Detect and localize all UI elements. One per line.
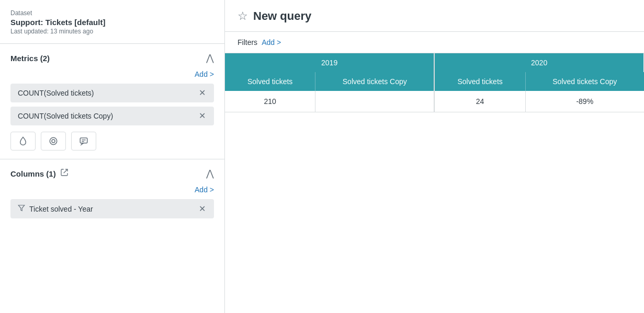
metric-remove-btn-1[interactable]: ✕ [198,89,207,97]
dataset-updated: Last updated: 13 minutes ago [10,28,214,35]
drop-icon [18,136,28,146]
col-header-solved-tickets-2: Solved tickets [434,72,525,91]
svg-point-0 [50,137,57,145]
metric-item-2: COUNT(Solved tickets Copy) ✕ [10,107,214,125]
filters-bar: Filters Add > [225,32,644,53]
cell-2019-solved: 210 [225,91,315,112]
table-row: 210 24 -89% [225,91,644,112]
svg-marker-5 [18,205,25,211]
columns-add-link[interactable]: Add > [10,186,214,194]
metric-item-1: COUNT(Solved tickets) ✕ [10,84,214,102]
star-icon[interactable]: ☆ [238,9,248,23]
query-header: ☆ New query [225,0,644,32]
metrics-add-link[interactable]: Add > [10,70,214,78]
metrics-section: Metrics (2) ⋀ Add > COUNT(Solved tickets… [0,44,224,159]
columns-section: Columns (1) ⋀ Add > [0,159,224,227]
radio-icon [49,136,58,146]
metric-label-1: COUNT(Solved tickets) [18,89,94,97]
cell-2020-solved: 24 [434,91,525,112]
metric-icon-row [10,132,214,150]
year-header-2019: 2019 [225,53,434,72]
query-title: New query [253,9,311,23]
radio-icon-btn[interactable] [41,132,66,150]
column-item-1: Ticket solved - Year ✕ [10,199,214,218]
metric-label-2: COUNT(Solved tickets Copy) [18,112,113,120]
cell-2020-copy: -89% [525,91,643,112]
data-table-wrapper: 2019 2020 Solved tickets Solved tickets … [225,53,644,313]
col-header-solved-tickets-copy-2: Solved tickets Copy [525,72,643,91]
right-panel: ☆ New query Filters Add > 2019 2020 Solv… [225,0,644,313]
svg-point-1 [52,140,55,143]
columns-header: Columns (1) ⋀ [10,168,214,179]
filters-label: Filters [238,38,257,47]
redirect-icon[interactable] [60,168,69,179]
year-header-row: 2019 2020 [225,53,644,72]
filter-icon [18,204,25,213]
columns-collapse-icon[interactable]: ⋀ [206,168,214,179]
column-remove-btn-1[interactable]: ✕ [198,205,207,213]
dataset-title: Support: Tickets [default] [10,18,214,27]
metrics-collapse-icon[interactable]: ⋀ [206,52,214,64]
data-table: 2019 2020 Solved tickets Solved tickets … [225,53,644,112]
col-header-solved-tickets-copy-1: Solved tickets Copy [315,72,434,91]
drop-icon-btn[interactable] [10,132,36,150]
col-header-solved-tickets-1: Solved tickets [225,72,315,91]
svg-rect-2 [80,138,87,143]
chat-icon [79,136,88,146]
metric-remove-btn-2[interactable]: ✕ [198,112,207,120]
metrics-header: Metrics (2) ⋀ [10,52,214,64]
year-header-2020: 2020 [434,53,643,72]
dataset-label: Dataset [10,9,214,17]
left-panel: Dataset Support: Tickets [default] Last … [0,0,225,313]
col-header-row: Solved tickets Solved tickets Copy Solve… [225,72,644,91]
metrics-title: Metrics (2) [10,54,50,63]
cell-2019-copy [315,91,434,112]
filters-add-link[interactable]: Add > [262,38,281,47]
chat-icon-btn[interactable] [71,132,96,150]
dataset-section: Dataset Support: Tickets [default] Last … [0,0,224,44]
column-label-1: Ticket solved - Year [29,205,93,213]
columns-title: Columns (1) [10,169,56,178]
